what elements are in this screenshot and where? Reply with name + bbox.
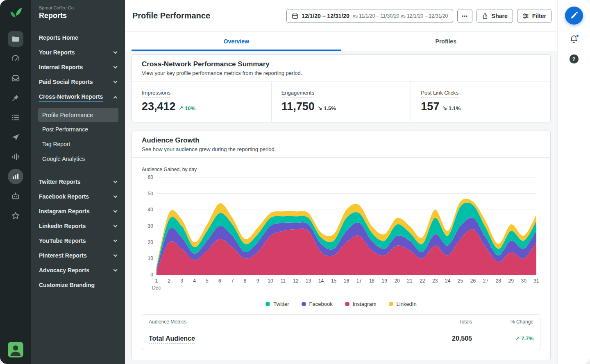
sidebar-item-linkedin-reports[interactable]: LinkedIn Reports [31,219,125,233]
metric-label: Engagements [281,90,314,97]
metric-post-link-clicks: Post Link Clicks157↘ 1.1% [411,81,550,122]
metric-delta: ↘ 1.1% [442,105,461,111]
chevron-down-icon [113,209,118,213]
audience-growth-chart: 0102030405060123456789101112131415161718… [142,174,540,297]
page-header: Profile Performance 12/1/20 – 12/31/20 v… [125,0,557,32]
sidebar-item-label: Internal Reports [39,64,83,70]
question-mark-icon: ? [572,56,576,62]
filter-button-label: Filter [532,13,546,19]
sidebar-item-advocacy-reports[interactable]: Advocacy Reports [31,263,125,278]
legend-dot-twitter-icon [266,302,270,306]
sidebar-item-internal-reports[interactable]: Internal Reports [31,60,125,75]
share-icon [482,13,488,19]
tab-overview[interactable]: Overview [132,32,341,51]
sidebar-item-post-performance[interactable]: Post Performance [31,122,125,137]
rail-star-button[interactable] [8,208,23,224]
rail-folder-button[interactable] [8,31,23,47]
sidebar-item-profile-performance[interactable]: Profile Performance [38,108,118,122]
more-options-button[interactable]: ••• [457,9,472,23]
rail-bot-button[interactable] [8,188,23,204]
audience-metrics-table-header: Audience Metrics Totals % Change [142,315,540,329]
table-row-label: Total Audience [149,335,195,344]
sprout-logo-icon [9,6,23,20]
tab-profiles[interactable]: Profiles [341,32,551,51]
share-button[interactable]: Share [477,9,513,23]
chevron-down-icon [113,50,118,54]
chevron-down-icon [113,79,118,84]
svg-text:11: 11 [281,278,286,284]
table-row-total: 20,505 [411,335,472,342]
table-title: Audience Metrics [149,319,411,325]
sidebar-item-paid-social-reports[interactable]: Paid Social Reports [31,75,125,89]
rail-inbox-button[interactable] [8,70,23,86]
user-avatar[interactable] [8,342,23,357]
rail-listening-button[interactable] [8,149,23,165]
filter-button[interactable]: Filter [517,9,551,23]
ellipsis-icon: ••• [462,14,468,18]
star-icon [11,211,20,220]
sidebar-item-customize-branding[interactable]: Customize Branding [31,278,125,292]
sidebar-item-youtube-reports[interactable]: YouTube Reports [31,233,125,248]
chart-axis-title: Audience Gained, by day [142,167,540,172]
sidebar-item-tag-report[interactable]: Tag Report [31,137,125,151]
sidebar-item-google-analytics[interactable]: Google Analytics [31,151,125,166]
svg-text:17: 17 [356,278,362,284]
sidebar-item-instagram-reports[interactable]: Instagram Reports [31,204,125,219]
svg-text:13: 13 [306,278,311,284]
svg-text:15: 15 [331,278,337,284]
svg-text:16: 16 [344,278,349,284]
notifications-button[interactable] [569,34,579,45]
help-button[interactable]: ? [570,54,579,63]
sidebar-item-label: Post Performance [42,126,88,133]
listening-wave-icon [11,153,20,161]
sidebar-item-cross-network-reports[interactable]: Cross-Network Reports [31,89,125,106]
svg-text:23: 23 [432,278,438,284]
right-rail: ? [557,0,590,364]
svg-text:0: 0 [150,272,153,278]
metric-label: Post Link Clicks [421,90,458,97]
chevron-down-icon [113,253,118,257]
table-row-total-audience[interactable]: Total Audience20,505↗ 7.7% [142,329,540,350]
table-row-label-cell: Total Audience [149,335,411,342]
sidebar-item-twitter-reports[interactable]: Twitter Reports [31,174,125,189]
folder-icon [11,35,20,43]
svg-text:27: 27 [483,278,489,284]
chevron-down-icon [113,268,118,272]
chart-section: Audience Gained, by day 0102030405060123… [132,158,550,297]
paper-plane-icon [11,133,20,141]
svg-text:50: 50 [148,191,154,197]
sidebar-item-label: Cross-Network Reports [39,93,103,102]
compose-button[interactable] [565,7,583,25]
chevron-down-icon [113,65,118,69]
metric-line: 23,412↗ 10% [142,100,261,113]
sidebar-item-pinterest-reports[interactable]: Pinterest Reports [31,248,125,263]
cross-network-summary-card: Cross-Network Performance Summary View y… [132,54,551,122]
svg-text:5: 5 [206,278,209,284]
rail-dashboard-button[interactable] [8,51,23,66]
legend-item-instagram: Instagram [345,301,377,307]
rail-pin-button[interactable] [8,90,23,106]
sidebar-item-label: Customize Branding [39,282,95,288]
metric-value: 23,412 [142,100,176,113]
rail-list-button[interactable] [8,110,23,125]
rail-publish-button[interactable] [8,129,23,145]
svg-text:2: 2 [168,278,170,284]
list-icon [11,113,20,122]
sidebar-title: Reports [39,11,117,20]
notification-dot [576,34,579,38]
metric-line: 11,750↘ 1.5% [281,100,401,113]
svg-text:4: 4 [193,278,196,284]
sidebar-item-your-reports[interactable]: Your Reports [31,45,125,60]
sidebar-item-facebook-reports[interactable]: Facebook Reports [31,189,125,204]
date-range-button[interactable]: 12/1/20 – 12/31/20 vs 11/1/20 – 11/30/20… [286,9,453,23]
rail-reports-button[interactable] [8,169,23,184]
svg-text:21: 21 [407,278,413,284]
sidebar-item-reports-home[interactable]: Reports Home [31,30,125,45]
summary-metrics-row: Impressions23,412↗ 10%Engagements11,750↘… [132,81,550,122]
svg-text:1: 1 [155,278,158,284]
svg-text:19: 19 [382,278,388,284]
trend-up-arrow-icon: ↗ [515,335,520,341]
summary-card-subtitle: View your key profile performance metric… [142,70,540,76]
sidebar-item-label: Reports Home [39,34,78,41]
svg-text:20: 20 [394,278,400,284]
